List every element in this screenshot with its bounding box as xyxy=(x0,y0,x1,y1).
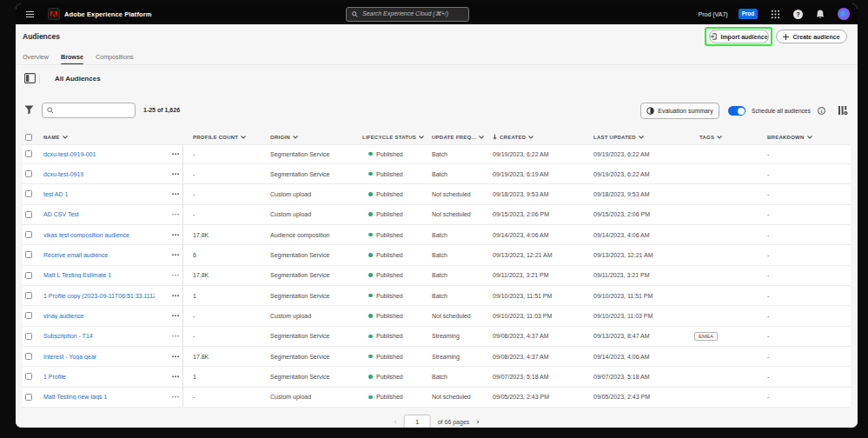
environment-badge[interactable]: Prod xyxy=(739,9,758,18)
row-actions-icon[interactable] xyxy=(172,295,179,296)
cell-breakdown: - xyxy=(758,394,851,400)
row-checkbox[interactable] xyxy=(25,312,32,319)
tag-badge[interactable]: EMEA xyxy=(694,332,718,341)
app-switcher-icon[interactable] xyxy=(771,10,780,19)
cell-last-updated: 09/18/2023, 9:53 AM xyxy=(584,191,690,197)
tab-compositions[interactable]: Compositions xyxy=(96,49,134,64)
row-checkbox[interactable] xyxy=(25,211,32,218)
row-actions-icon[interactable] xyxy=(172,173,179,175)
select-all-checkbox[interactable] xyxy=(25,134,32,141)
cell-origin: Segmentation Service xyxy=(261,293,353,299)
schedule-all-toggle[interactable] xyxy=(728,106,745,116)
row-checkbox[interactable] xyxy=(25,373,32,380)
row-checkbox[interactable] xyxy=(25,190,32,197)
row-checkbox[interactable] xyxy=(25,170,32,177)
column-header-update-freq-[interactable]: Update freq... xyxy=(432,135,484,140)
global-search-input[interactable]: Search Experience Cloud (⌘+/) xyxy=(346,7,469,22)
table-row: dcxu-test-0919-001-Segmentation ServiceP… xyxy=(23,144,851,164)
user-avatar[interactable] xyxy=(838,8,850,20)
audience-name-link[interactable]: test AD 1 xyxy=(43,191,68,197)
column-header-last-updated[interactable]: Last updated xyxy=(593,135,644,140)
create-audience-button[interactable]: Create audience xyxy=(776,30,847,43)
cell-lifecycle-status: Published xyxy=(353,293,422,299)
row-actions-icon[interactable] xyxy=(172,376,179,378)
cell-created: 09/10/2023, 11:51 PM xyxy=(483,293,584,299)
column-header-created[interactable]: Created xyxy=(493,134,533,140)
row-actions-icon[interactable] xyxy=(172,335,179,337)
audience-name-link[interactable]: vikas test composition audience xyxy=(43,232,129,238)
column-header-tags[interactable]: Tags xyxy=(699,135,722,140)
cell-breakdown: - xyxy=(758,211,851,217)
cell-origin: Custom upload xyxy=(261,394,353,400)
next-page-icon[interactable]: › xyxy=(476,418,480,426)
row-checkbox[interactable] xyxy=(25,251,32,258)
left-rail-toggle-icon[interactable] xyxy=(24,73,36,83)
product-title: Adobe Experience Platform xyxy=(64,3,151,24)
row-checkbox[interactable] xyxy=(25,272,32,279)
audience-name-link[interactable]: Receive email audience xyxy=(43,252,108,258)
column-header-profile-count[interactable]: Profile count xyxy=(193,135,246,140)
audience-name-link[interactable]: AD CSV Test xyxy=(43,211,79,217)
audience-name-link[interactable]: Matt Testing new tags 1 xyxy=(43,394,107,400)
cell-profile-count: - xyxy=(183,171,261,177)
import-icon xyxy=(710,33,717,40)
tab-overview[interactable]: Overview xyxy=(23,49,49,64)
previous-page-icon[interactable]: ‹ xyxy=(394,418,397,426)
table-row: 1 Profile1Segmentation ServicePublishedB… xyxy=(23,367,851,387)
table-search-input[interactable] xyxy=(42,103,136,118)
row-actions-icon[interactable] xyxy=(172,194,179,196)
row-actions-icon[interactable] xyxy=(172,153,179,155)
column-header-breakdown[interactable]: Breakdown xyxy=(767,135,812,140)
tab-browse[interactable]: Browse xyxy=(61,49,83,64)
status-dot xyxy=(368,152,373,156)
column-sort-chevron-icon xyxy=(293,136,298,139)
row-checkbox[interactable] xyxy=(25,353,32,360)
status-dot xyxy=(368,314,373,318)
info-icon[interactable]: i xyxy=(818,107,825,115)
help-icon[interactable]: ? xyxy=(793,10,803,19)
row-actions-icon[interactable] xyxy=(172,355,179,357)
audience-name-link[interactable]: 1 Profile copy (2023-09-11T06:51:33.111Z… xyxy=(43,293,155,299)
row-checkbox[interactable] xyxy=(25,292,32,299)
notifications-bell-icon[interactable] xyxy=(816,10,825,19)
cell-last-updated: 09/10/2023, 11:51 PM xyxy=(584,293,690,299)
row-checkbox[interactable] xyxy=(25,333,32,340)
row-actions-icon[interactable] xyxy=(172,214,179,216)
row-actions-icon[interactable] xyxy=(172,275,179,276)
audience-name-link[interactable]: dcxu-test-0919-001 xyxy=(43,151,96,157)
audience-name-link[interactable]: Interest - Yoga gear xyxy=(43,354,96,360)
evaluation-summary-button[interactable]: Evaluation summary xyxy=(640,103,719,119)
cell-lifecycle-status: Published xyxy=(353,151,422,157)
cell-profile-count: 1 xyxy=(183,374,261,380)
cell-breakdown: - xyxy=(758,232,851,238)
adobe-logo[interactable] xyxy=(48,8,60,20)
global-search-placeholder: Search Experience Cloud (⌘+/) xyxy=(362,10,448,17)
page-number-input[interactable]: 1 xyxy=(404,415,431,428)
row-checkbox[interactable] xyxy=(25,394,32,401)
table-search-icon xyxy=(47,107,54,114)
cell-last-updated: 09/15/2023, 2:06 PM xyxy=(584,211,690,217)
hamburger-menu-icon[interactable] xyxy=(26,11,34,17)
row-actions-icon[interactable] xyxy=(172,234,179,236)
filter-icon[interactable] xyxy=(24,105,34,115)
column-header-lifecycle-status[interactable]: Lifecycle status xyxy=(362,135,424,140)
row-checkbox[interactable] xyxy=(25,231,32,238)
import-audience-button[interactable]: Import audience xyxy=(709,30,769,43)
column-header-name[interactable]: Name xyxy=(43,135,68,140)
row-actions-icon[interactable] xyxy=(172,255,179,256)
row-actions-icon[interactable] xyxy=(172,396,179,398)
row-checkbox[interactable] xyxy=(25,150,32,157)
audience-name-link[interactable]: dcxu-test-0919 xyxy=(43,171,83,177)
cell-update-freq: Not scheduled xyxy=(422,211,483,217)
audience-name-link[interactable]: 1 Profile xyxy=(43,374,66,380)
status-dot xyxy=(368,172,373,176)
audience-name-link[interactable]: Subscription - T14 xyxy=(43,333,93,339)
column-header-origin[interactable]: Origin xyxy=(270,135,298,140)
audience-name-link[interactable]: Matt L Testing Estimate 1 xyxy=(43,272,111,278)
row-actions-icon[interactable] xyxy=(172,315,179,317)
audience-name-link[interactable]: vinay audience xyxy=(43,313,84,319)
cell-breakdown: - xyxy=(758,272,851,278)
column-sort-chevron-icon xyxy=(528,136,533,139)
column-settings-icon[interactable] xyxy=(838,105,848,116)
cell-breakdown: - xyxy=(758,252,851,258)
